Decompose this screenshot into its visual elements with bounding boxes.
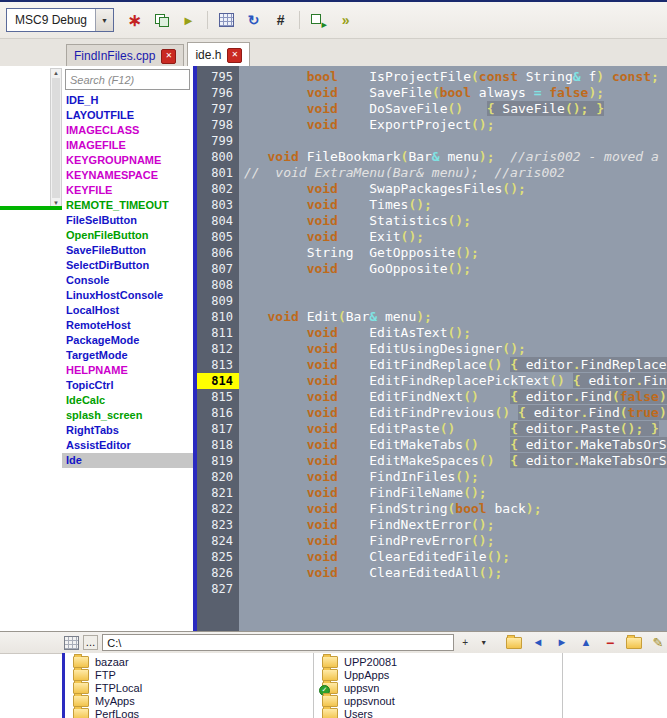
panes-icon[interactable] [64, 636, 79, 650]
sidebar-item-IDE_H[interactable]: IDE_H [62, 93, 193, 108]
code-line-827[interactable]: 827 [197, 581, 667, 597]
run-icon: ► [182, 14, 195, 27]
scroll-up-icon[interactable]: ▲ [53, 69, 59, 77]
code-line-802[interactable]: 802 void SwapPackagesFiles(); [197, 181, 667, 197]
code-line-808[interactable]: 808 [197, 277, 667, 293]
run-button[interactable]: ► [176, 8, 201, 33]
folder-item-bazaar[interactable]: bazaar [65, 655, 313, 668]
sidebar-item-TargetMode[interactable]: TargetMode [62, 348, 193, 363]
folder-item-PerfLogs[interactable]: PerfLogs [65, 707, 313, 718]
tab-findinfiles-cpp[interactable]: FindInFiles.cpp ✕ [66, 44, 184, 67]
sidebar-item-KEYGROUPNAME[interactable]: KEYGROUPNAME [62, 153, 193, 168]
code-line-825[interactable]: 825 void ClearEditedFile(); [197, 549, 667, 565]
scrollbar-thumb[interactable] [52, 78, 60, 198]
sidebar-item-IMAGEFILE[interactable]: IMAGEFILE [62, 138, 193, 153]
up-folder-button[interactable]: ▲ [577, 635, 595, 651]
code-line-815[interactable]: 815 void EditFindNext() { editor.Find(fa… [197, 389, 667, 405]
folder-item-MyApps[interactable]: MyApps [65, 694, 313, 707]
sidebar-item-HELPNAME[interactable]: HELPNAME [62, 363, 193, 378]
sidebar-item-LinuxHostConsole[interactable]: LinuxHostConsole [62, 288, 193, 303]
code-line-819[interactable]: 819 void EditMakeSpaces() { editor.MakeT… [197, 453, 667, 469]
sidebar-item-LAYOUTFILE[interactable]: LAYOUTFILE [62, 108, 193, 123]
code-line-817[interactable]: 817 void EditPaste() { editor.Paste(); } [197, 421, 667, 437]
hash-button[interactable]: # [268, 8, 293, 33]
folder-item-FTPLocal[interactable]: FTPLocal [65, 681, 313, 694]
sidebar-item-RightTabs[interactable]: RightTabs [62, 423, 193, 438]
refresh-button[interactable]: ↻ [241, 8, 266, 33]
run-external-button[interactable]: » [333, 8, 358, 33]
edit-button[interactable]: ✎ [649, 635, 667, 651]
code-line-798[interactable]: 798 void ExportProject(); [197, 117, 667, 133]
code-line-823[interactable]: 823 void FindNextError(); [197, 517, 667, 533]
code-line-809[interactable]: 809 [197, 293, 667, 309]
code-line-813[interactable]: 813 void EditFindReplace() { editor.Find… [197, 357, 667, 373]
sidebar-item-IMAGECLASS[interactable]: IMAGECLASS [62, 123, 193, 138]
sidebar-item-RemoteHost[interactable]: RemoteHost [62, 318, 193, 333]
sidebar-item-KEYNAMESPACE[interactable]: KEYNAMESPACE [62, 168, 193, 183]
code-line-826[interactable]: 826 void ClearEditedAll(); [197, 565, 667, 581]
code-line-796[interactable]: 796 void SaveFile(bool always = false); [197, 85, 667, 101]
sidebar-item-Ide[interactable]: Ide [62, 453, 193, 468]
left-pane-scrollbar[interactable]: ▲ ▼ [50, 68, 62, 208]
path-input[interactable] [102, 634, 454, 651]
code-line-807[interactable]: 807 void GoOpposite(); [197, 261, 667, 277]
code-line-816[interactable]: 816 void EditFindPrevious() { editor.Fin… [197, 405, 667, 421]
sidebar-item-splash_screen[interactable]: splash_screen [62, 408, 193, 423]
more-button[interactable]: … [83, 635, 99, 650]
code-line-795[interactable]: 795 bool IsProjectFile(const String& f) … [197, 69, 667, 85]
code-editor[interactable]: 795 bool IsProjectFile(const String& f) … [197, 66, 667, 632]
sidebar-item-SaveFileButton[interactable]: SaveFileButton [62, 243, 193, 258]
folder-item-uppsvnout[interactable]: uppsvnout [314, 694, 562, 707]
remove-button[interactable]: − [601, 635, 619, 651]
build-config-dropdown-button[interactable]: ▼ [95, 9, 113, 31]
code-line-822[interactable]: 822 void FindString(bool back); [197, 501, 667, 517]
code-line-799[interactable]: 799 [197, 133, 667, 149]
code-line-818[interactable]: 818 void EditMakeTabs() { editor.MakeTab… [197, 437, 667, 453]
sidebar-item-REMOTE_TIMEOUT[interactable]: REMOTE_TIMEOUT [62, 198, 193, 213]
code-line-800[interactable]: 800 void FileBookmark(Bar& menu); //aris… [197, 149, 667, 165]
sidebar-item-AssistEditor[interactable]: AssistEditor [62, 438, 193, 453]
code-line-806[interactable]: 806 String GetOpposite(); [197, 245, 667, 261]
close-tab-icon[interactable]: ✕ [227, 48, 242, 63]
sidebar-item-SelectDirButton[interactable]: SelectDirButton [62, 258, 193, 273]
code-line-821[interactable]: 821 void FindFileName(); [197, 485, 667, 501]
forward-button[interactable]: ► [553, 635, 571, 651]
code-line-797[interactable]: 797 void DoSaveFile() { SaveFile(); } [197, 101, 667, 117]
sidebar-item-OpenFileButton[interactable]: OpenFileButton [62, 228, 193, 243]
debug-method-button[interactable]: ∗ [122, 8, 147, 33]
home-folder-button[interactable] [505, 635, 523, 651]
folder-item-UPP20081[interactable]: UPP20081 [314, 655, 562, 668]
clone-window-button[interactable] [149, 8, 174, 33]
sidebar-item-PackageMode[interactable]: PackageMode [62, 333, 193, 348]
code-line-811[interactable]: 811 void EditAsText(); [197, 325, 667, 341]
close-tab-icon[interactable]: ✕ [161, 49, 176, 64]
back-button[interactable]: ◄ [529, 635, 547, 651]
folder-item-uppsvn[interactable]: ✓uppsvn [314, 681, 562, 694]
sidebar-item-IdeCalc[interactable]: IdeCalc [62, 393, 193, 408]
code-line-820[interactable]: 820 void FindInFiles(); [197, 469, 667, 485]
code-line-803[interactable]: 803 void Times(); [197, 197, 667, 213]
code-line-805[interactable]: 805 void Exit(); [197, 229, 667, 245]
folder-item-UppApps[interactable]: UppApps [314, 668, 562, 681]
code-line-804[interactable]: 804 void Statistics(); [197, 213, 667, 229]
export-window-button[interactable] [306, 8, 331, 33]
add-folder-button[interactable] [625, 635, 643, 651]
sidebar-item-LocalHost[interactable]: LocalHost [62, 303, 193, 318]
code-line-812[interactable]: 812 void EditUsingDesigner(); [197, 341, 667, 357]
code-line-814[interactable]: 814 void EditFindReplacePickText() { edi… [197, 373, 667, 389]
build-config-combo[interactable]: MSC9 Debug ▼ [6, 8, 114, 32]
search-input[interactable] [65, 69, 190, 90]
grid-button[interactable] [214, 8, 239, 33]
folder-item-Users[interactable]: Users [314, 707, 562, 718]
code-line-801[interactable]: 801// void ExtraMenu(Bar& menu); //aris0… [197, 165, 667, 181]
path-dropdown-button[interactable]: ▼ [476, 635, 491, 650]
tab-ide-h[interactable]: ide.h ✕ [187, 42, 250, 67]
code-line-810[interactable]: 810 void Edit(Bar& menu); [197, 309, 667, 325]
sidebar-item-FileSelButton[interactable]: FileSelButton [62, 213, 193, 228]
add-path-button[interactable]: + [458, 635, 473, 650]
sidebar-item-KEYFILE[interactable]: KEYFILE [62, 183, 193, 198]
sidebar-item-TopicCtrl[interactable]: TopicCtrl [62, 378, 193, 393]
folder-item-FTP[interactable]: FTP [65, 668, 313, 681]
sidebar-item-Console[interactable]: Console [62, 273, 193, 288]
code-line-824[interactable]: 824 void FindPrevError(); [197, 533, 667, 549]
